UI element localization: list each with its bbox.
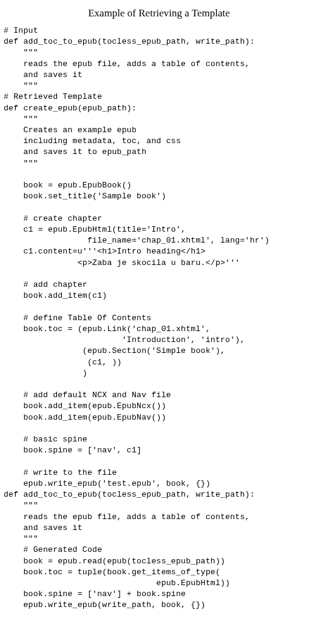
figure-title: Example of Retrieving a Template <box>0 0 318 25</box>
code-listing: # Input def add_toc_to_epub(tocless_epub… <box>0 25 318 611</box>
